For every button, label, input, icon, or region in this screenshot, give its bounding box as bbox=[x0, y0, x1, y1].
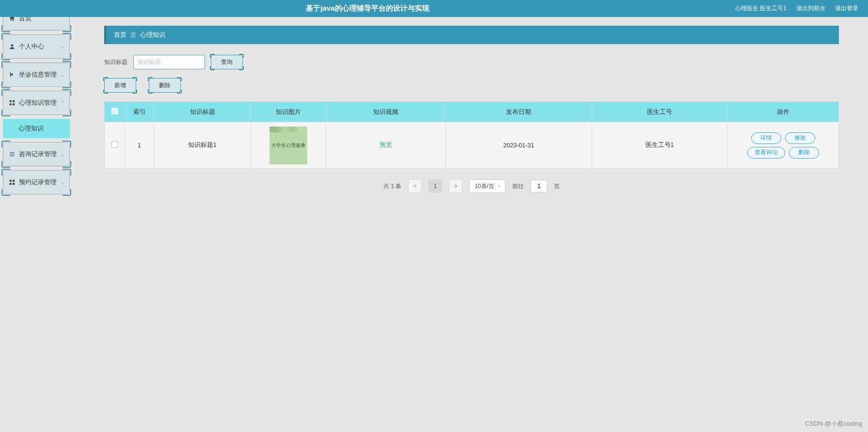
cell-index: 1 bbox=[125, 122, 154, 169]
cell-ops: 详情 修改 查看评论 删除 bbox=[727, 122, 839, 169]
sidebar-item-consult-info[interactable]: 坐诊信息管理 ⌄ bbox=[3, 63, 70, 87]
cell-video: 预览 bbox=[326, 122, 446, 169]
grid-icon bbox=[8, 99, 16, 107]
svg-rect-7 bbox=[10, 156, 14, 156]
svg-rect-10 bbox=[10, 183, 12, 185]
chevron-up-icon: ⌃ bbox=[61, 100, 64, 106]
svg-point-0 bbox=[11, 44, 14, 47]
app-title: 基于java的心理辅导平台的设计与实现 bbox=[0, 4, 735, 13]
svg-rect-11 bbox=[13, 183, 15, 185]
cell-title: 知识标题1 bbox=[154, 122, 251, 169]
sidebar: 首页 个人中心 ⌄ 坐诊信息管理 ⌄ 心理知识管理 ⌃ 心理知识 咨询记录管理 … bbox=[0, 0, 73, 208]
sidebar-item-label: 坐诊信息管理 bbox=[19, 71, 57, 79]
sidebar-item-profile[interactable]: 个人中心 ⌄ bbox=[3, 34, 70, 59]
sidebar-subitem-knowledge[interactable]: 心理知识 bbox=[3, 119, 70, 138]
svg-rect-5 bbox=[10, 152, 14, 153]
detail-button[interactable]: 详情 bbox=[751, 132, 781, 144]
top-bar: 基于java的心理辅导平台的设计与实现 心理医生 医生工号1 退出到前台 退出登… bbox=[0, 0, 868, 17]
svg-rect-6 bbox=[10, 154, 14, 154]
svg-rect-4 bbox=[13, 103, 15, 105]
pagination-prev-button[interactable]: < bbox=[408, 179, 422, 193]
svg-rect-3 bbox=[10, 103, 12, 105]
sidebar-item-consult-records[interactable]: 咨询记录管理 ⌄ bbox=[3, 142, 70, 166]
row-checkbox[interactable] bbox=[111, 141, 118, 148]
svg-rect-8 bbox=[10, 180, 12, 182]
delete-button-label: 删除 bbox=[159, 81, 171, 90]
grid-icon bbox=[8, 178, 16, 186]
topbar-actions: 心理医生 医生工号1 退出到前台 退出登录 bbox=[735, 4, 868, 13]
chevron-down-icon: ⌄ bbox=[61, 44, 64, 49]
pagination-pagesize-select[interactable]: 10条/页 bbox=[469, 179, 505, 193]
search-button[interactable]: 查询 bbox=[211, 55, 243, 69]
search-button-label: 查询 bbox=[221, 58, 233, 66]
sidebar-subitem-label: 心理知识 bbox=[18, 125, 44, 133]
filter-bar: 知识标题 查询 bbox=[104, 55, 839, 69]
sidebar-item-knowledge[interactable]: 心理知识管理 ⌃ bbox=[3, 91, 70, 115]
pagination-next-button[interactable]: > bbox=[449, 179, 462, 193]
chevron-down-icon: ⌄ bbox=[61, 72, 64, 78]
table-header-checkbox bbox=[105, 102, 125, 122]
breadcrumb-home[interactable]: 首页 bbox=[114, 31, 126, 39]
add-button[interactable]: 新增 bbox=[104, 78, 136, 93]
edit-button[interactable]: 修改 bbox=[785, 132, 815, 144]
cell-image: 大学生心理健康 bbox=[251, 122, 326, 169]
pagination-page-1[interactable]: 1 bbox=[428, 179, 442, 193]
sidebar-item-label: 心理知识管理 bbox=[19, 99, 57, 107]
breadcrumb-current: 心理知识 bbox=[140, 31, 165, 39]
current-user-label[interactable]: 心理医生 医生工号1 bbox=[735, 4, 787, 13]
table-header-image: 知识图片 bbox=[251, 102, 326, 122]
delete-button[interactable]: 删除 bbox=[149, 78, 181, 93]
thumbnail-caption: 大学生心理健康 bbox=[271, 142, 305, 149]
chevron-down-icon: ⌄ bbox=[61, 152, 64, 157]
row-delete-button[interactable]: 删除 bbox=[789, 147, 819, 159]
toolbar: 新增 删除 bbox=[104, 78, 839, 93]
svg-rect-9 bbox=[13, 180, 15, 182]
sidebar-item-label: 个人中心 bbox=[19, 43, 44, 51]
sidebar-item-label: 预约记录管理 bbox=[19, 178, 57, 187]
video-preview-link[interactable]: 预览 bbox=[379, 142, 392, 148]
knowledge-thumbnail[interactable]: 大学生心理健康 bbox=[269, 127, 307, 164]
logout-link[interactable]: 退出登录 bbox=[835, 4, 858, 13]
svg-rect-2 bbox=[13, 100, 15, 102]
add-button-label: 新增 bbox=[114, 81, 126, 90]
table-header-ops: 操作 bbox=[727, 102, 839, 122]
breadcrumb: 首页 ☰ 心理知识 bbox=[104, 26, 839, 44]
sidebar-item-appointment-records[interactable]: 预约记录管理 ⌄ bbox=[3, 170, 70, 194]
data-table: 索引 知识标题 知识图片 知识视频 发布日期 医生工号 操作 1 知识标题1 bbox=[104, 101, 839, 169]
user-icon bbox=[8, 43, 16, 50]
pagination-goto-input[interactable] bbox=[531, 180, 547, 192]
flag-icon bbox=[8, 71, 16, 79]
filter-title-label: 知识标题 bbox=[104, 58, 127, 66]
exit-to-front-link[interactable]: 退出到前台 bbox=[796, 4, 825, 13]
table-header-video: 知识视频 bbox=[326, 102, 446, 122]
table-header-index: 索引 bbox=[125, 102, 154, 122]
main-area: 首页 ☰ 心理知识 知识标题 查询 新增 删除 bbox=[75, 0, 868, 208]
table-header-date: 发布日期 bbox=[445, 102, 592, 122]
table-header-title: 知识标题 bbox=[154, 102, 251, 122]
view-comments-button[interactable]: 查看评论 bbox=[747, 147, 785, 159]
chevron-down-icon: ⌄ bbox=[61, 180, 64, 185]
sidebar-item-label: 咨询记录管理 bbox=[19, 150, 57, 159]
list-icon bbox=[8, 150, 16, 158]
table-row: 1 知识标题1 大学生心理健康 预览 2023-01-31 医生工号1 详情 修… bbox=[105, 122, 839, 169]
filter-title-input[interactable] bbox=[133, 55, 205, 69]
select-all-checkbox[interactable] bbox=[111, 108, 118, 114]
svg-rect-1 bbox=[10, 100, 12, 102]
pagination-total: 共 1 条 bbox=[383, 182, 401, 191]
pagination-goto-label: 前往 bbox=[512, 182, 524, 191]
table-header-doctor: 医生工号 bbox=[592, 102, 727, 122]
breadcrumb-separator-icon: ☰ bbox=[130, 32, 136, 39]
pagination-goto-suffix: 页 bbox=[554, 182, 560, 191]
cell-doctor: 医生工号1 bbox=[592, 122, 727, 169]
pagination: 共 1 条 < 1 > 10条/页 前往 页 bbox=[104, 179, 839, 193]
cell-date: 2023-01-31 bbox=[445, 122, 592, 169]
